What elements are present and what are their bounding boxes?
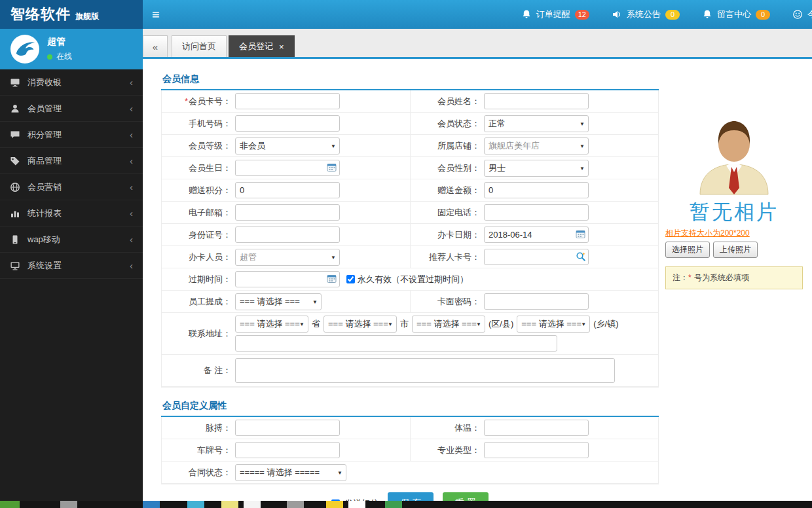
plate-no-input[interactable] xyxy=(235,442,340,458)
calendar-icon[interactable] xyxy=(327,274,337,284)
calendar-icon[interactable] xyxy=(576,229,586,240)
field-expire: 过期时间： 永久有效（不设置过期时间） xyxy=(162,268,658,290)
taskbar-item[interactable] xyxy=(348,501,365,508)
tag-icon xyxy=(10,156,20,166)
taskbar-item[interactable] xyxy=(143,501,160,508)
sidebar-item-marketing[interactable]: 会员营销 xyxy=(0,174,143,200)
field-remark: 备 注： xyxy=(162,355,658,386)
selected-value: === 请选择 === xyxy=(240,296,300,308)
chevron-down-icon xyxy=(312,299,318,304)
member-status-select[interactable]: 正常 xyxy=(484,115,589,132)
tab-home[interactable]: 访问首页 xyxy=(172,35,227,57)
user-avatar[interactable] xyxy=(10,35,39,64)
nav-order-reminder[interactable]: 订单提醒 12 xyxy=(521,9,589,20)
sidebar-item-points[interactable]: 积分管理 xyxy=(0,122,143,148)
taskbar-item[interactable] xyxy=(187,501,204,508)
permanent-valid-checkbox[interactable] xyxy=(346,275,355,283)
tab-bar: « 访问首页 会员登记 × xyxy=(143,29,812,59)
nav-label: 订单提醒 xyxy=(536,9,570,20)
gift-points-input[interactable] xyxy=(235,182,340,198)
card-date-input[interactable] xyxy=(484,227,589,243)
sidebar-item-reports[interactable]: 统计报表 xyxy=(0,200,143,227)
gift-amount-input[interactable] xyxy=(484,182,589,198)
chevron-down-icon xyxy=(580,143,585,149)
nav-system-notice[interactable]: 系统公告 0 xyxy=(612,9,680,20)
collapse-tabs-button[interactable]: « xyxy=(143,35,168,57)
photo-panel: 暂无相片 相片支持大小为200*200 选择照片 上传照片 注：* 号为系统必填… xyxy=(665,90,804,508)
pulse-input[interactable] xyxy=(235,420,340,436)
field-id-no: 身份证号： xyxy=(162,224,410,245)
calendar-icon[interactable] xyxy=(327,162,337,173)
field-label: 电子邮箱： xyxy=(162,207,235,219)
chevron-down-icon xyxy=(580,165,585,171)
phone-input[interactable] xyxy=(235,115,340,132)
expire-input[interactable] xyxy=(235,271,340,287)
address-detail-input[interactable] xyxy=(235,335,557,352)
taskbar-item[interactable] xyxy=(385,501,402,508)
contract-status-select[interactable]: ===== 请选择 ===== xyxy=(235,464,346,481)
taskbar-item[interactable] xyxy=(287,501,304,508)
sidebar-item-goods[interactable]: 商品管理 xyxy=(0,148,143,174)
field-plate-no: 车牌号： xyxy=(162,439,410,461)
card-password-input[interactable] xyxy=(484,293,589,310)
nav-today-truncated[interactable]: 今 xyxy=(792,9,812,20)
taskbar-item[interactable] xyxy=(60,501,77,508)
major-type-input[interactable] xyxy=(484,442,589,458)
operator-select[interactable]: 超管 xyxy=(235,249,340,266)
app-logo: 智络软件 旗舰版 xyxy=(0,0,143,29)
store-select[interactable]: 旗舰店美年店 xyxy=(484,137,589,154)
user-info: 超管 在线 xyxy=(47,36,72,62)
gender-select[interactable]: 男士 xyxy=(484,160,589,177)
required-mark: * xyxy=(185,96,188,106)
nav-message-center[interactable]: 留言中心 0 xyxy=(702,9,770,20)
sidebar-item-settings[interactable]: 系统设置 xyxy=(0,253,143,279)
selected-value: 男士 xyxy=(489,162,506,174)
district-select[interactable]: === 请选择 === xyxy=(412,316,485,333)
birthday-date-field xyxy=(235,160,340,176)
sidebar-item-members[interactable]: 会员管理 xyxy=(0,96,143,122)
photo-size-hint-link[interactable]: 相片支持大小为200*200 xyxy=(665,228,750,239)
field-label: 推荐人卡号： xyxy=(411,251,484,263)
chevron-left-icon xyxy=(130,103,133,114)
nav-label: 今 xyxy=(807,9,812,20)
landline-input[interactable] xyxy=(484,204,589,221)
field-referrer: 推荐人卡号： xyxy=(410,246,658,268)
field-label: 过期时间： xyxy=(162,274,235,285)
sidebar-item-wap[interactable]: wap移动 xyxy=(0,227,143,253)
chevron-left-icon xyxy=(130,234,133,245)
birthday-input[interactable] xyxy=(235,160,340,176)
tab-member-register[interactable]: 会员登记 × xyxy=(229,35,295,57)
member-name-input[interactable] xyxy=(484,93,589,109)
temperature-input[interactable] xyxy=(484,420,589,436)
os-taskbar[interactable] xyxy=(0,501,812,508)
email-input[interactable] xyxy=(235,204,340,221)
selected-value: 超管 xyxy=(240,251,257,263)
choose-photo-button[interactable]: 选择照片 xyxy=(665,242,710,258)
commission-select[interactable]: === 请选择 === xyxy=(235,293,322,310)
sidebar-item-cashier[interactable]: 消费收银 xyxy=(0,69,143,96)
upload-photo-button[interactable]: 上传照片 xyxy=(713,242,758,258)
sidebar-item-label: 积分管理 xyxy=(28,129,62,141)
referrer-input[interactable] xyxy=(484,249,589,265)
member-level-select[interactable]: 非会员 xyxy=(235,137,340,154)
close-tab-icon[interactable]: × xyxy=(279,42,284,52)
main-area: « 访问首页 会员登记 × 会员信息 *会员卡号： xyxy=(143,29,812,508)
card-no-input[interactable] xyxy=(235,93,340,109)
page-content: 会员信息 *会员卡号： 会员姓名： 手 xyxy=(143,59,812,508)
province-select[interactable]: === 请选择 === xyxy=(235,316,308,333)
chevron-left-icon xyxy=(130,208,133,219)
member-info-table: *会员卡号： 会员姓名： 手机号码： xyxy=(161,90,659,388)
town-select[interactable]: === 请选择 === xyxy=(517,316,590,333)
search-icon[interactable] xyxy=(576,251,586,262)
selected-value: === 请选择 === xyxy=(328,318,388,330)
form-row: 手机号码： 会员状态： 正常 xyxy=(162,113,658,135)
taskbar-item[interactable] xyxy=(0,501,20,508)
taskbar-item[interactable] xyxy=(221,501,238,508)
globe-icon xyxy=(10,182,20,192)
menu-toggle-icon[interactable]: ≡ xyxy=(152,8,160,21)
id-no-input[interactable] xyxy=(235,227,340,243)
city-select[interactable]: === 请选择 === xyxy=(323,316,397,333)
taskbar-item[interactable] xyxy=(244,501,261,508)
taskbar-item[interactable] xyxy=(326,501,343,508)
remark-textarea[interactable] xyxy=(235,358,615,383)
